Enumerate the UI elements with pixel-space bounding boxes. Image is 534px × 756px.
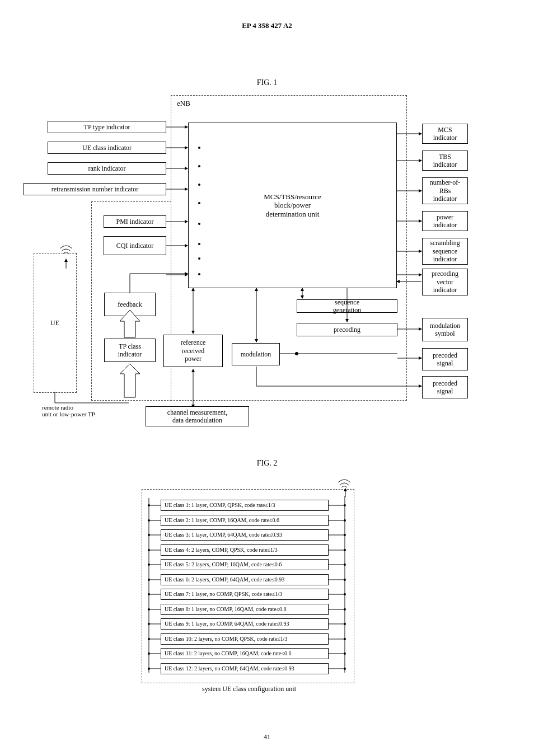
mcs-block-text: MCS/TBS/resource block/power determinati… bbox=[264, 192, 321, 219]
out-signal: precoded signal bbox=[422, 348, 468, 370]
bottom-info: channel measurement, data demodulation bbox=[146, 406, 249, 426]
svg-point-14 bbox=[198, 257, 200, 260]
input-tp-type: TP type indicator bbox=[48, 121, 166, 133]
antenna-icon-ue bbox=[58, 242, 74, 259]
mcs-block: MCS/TBS/resource block/power determinati… bbox=[188, 123, 397, 288]
svg-point-8 bbox=[198, 147, 200, 149]
out-signal2: precoded signal bbox=[422, 376, 468, 398]
svg-point-13 bbox=[198, 243, 200, 245]
ue-up-arrow bbox=[63, 259, 69, 270]
out-scrambling: scrambling sequence indicator bbox=[422, 238, 468, 265]
out-precoding: precoding vector indicator bbox=[422, 269, 468, 295]
svg-point-12 bbox=[198, 223, 200, 225]
svg-point-9 bbox=[198, 165, 200, 167]
out-modsym: modulation symbol bbox=[422, 318, 468, 341]
out-mcs: MCS indicator bbox=[422, 124, 468, 144]
lower-arrows bbox=[101, 269, 425, 408]
input-rank-text: rank indicator bbox=[88, 165, 126, 172]
fig2-title: FIG. 2 bbox=[0, 459, 534, 468]
input-rank: rank indicator bbox=[48, 162, 166, 175]
input-ue-class: UE class indicator bbox=[48, 142, 166, 154]
input-retx: retransmission number indicator bbox=[24, 183, 166, 195]
input-retx-text: retransmission number indicator bbox=[51, 185, 138, 193]
page-number: 41 bbox=[0, 733, 534, 741]
svg-point-10 bbox=[198, 184, 200, 186]
ue-label: UE bbox=[50, 319, 59, 327]
remote-label: remote radio unit or low-power TP bbox=[42, 404, 104, 417]
out-modsym-text: modulation symbol bbox=[430, 322, 461, 338]
input-cqi-text: CQI indicator bbox=[116, 242, 153, 250]
out-power-text: power indicator bbox=[433, 213, 457, 229]
fig2-bus bbox=[144, 496, 350, 679]
out-numrb: number-of- RBs indicator bbox=[422, 177, 468, 204]
enb-label: eNB bbox=[177, 99, 190, 108]
out-scrambling-text: scrambling sequence indicator bbox=[430, 239, 460, 263]
bullets bbox=[197, 141, 204, 275]
out-numrb-text: number-of- RBs indicator bbox=[430, 179, 460, 203]
input-pmi-text: PMI indicator bbox=[116, 218, 154, 226]
fig2-caption: system UE class configuration unit bbox=[157, 685, 341, 693]
page-header: EP 4 358 427 A2 bbox=[0, 21, 534, 30]
out-tbs-text: TBS indicator bbox=[433, 153, 457, 169]
input-ue-class-text: UE class indicator bbox=[82, 144, 132, 152]
input-cqi: CQI indicator bbox=[104, 236, 166, 255]
out-tbs: TBS indicator bbox=[422, 151, 468, 171]
svg-point-11 bbox=[198, 202, 200, 204]
out-signal-text: precoded signal bbox=[433, 351, 457, 368]
out-mcs-text: MCS indicator bbox=[433, 126, 457, 142]
out-signal2-text: precoded signal bbox=[433, 379, 457, 396]
bottom-info-text: channel measurement, data demodulation bbox=[167, 408, 227, 425]
input-pmi: PMI indicator bbox=[104, 215, 166, 228]
input-arrows bbox=[166, 121, 191, 283]
out-precoding-text: precoding vector indicator bbox=[432, 270, 458, 294]
input-tp-type-text: TP type indicator bbox=[84, 123, 130, 131]
fig1-title: FIG. 1 bbox=[0, 78, 534, 87]
out-power: power indicator bbox=[422, 211, 468, 231]
